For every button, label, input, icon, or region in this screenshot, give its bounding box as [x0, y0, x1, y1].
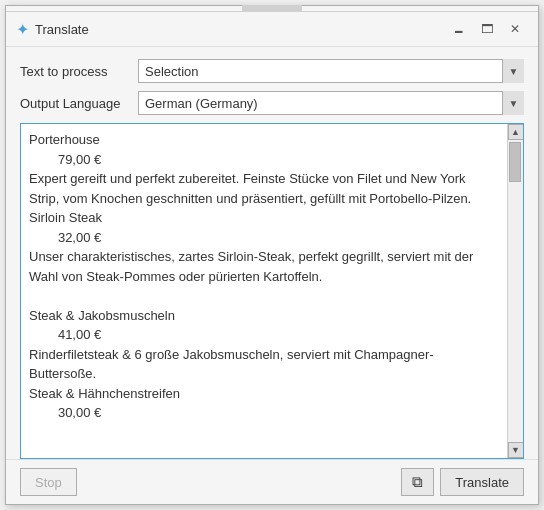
window-title: Translate — [35, 22, 440, 37]
resize-handle[interactable] — [242, 5, 302, 11]
window-controls: 🗕 🗖 ✕ — [446, 18, 528, 40]
translate-button[interactable]: Translate — [440, 468, 524, 496]
text-content[interactable]: Porterhouse 79,00 € Expert gereift und p… — [21, 124, 507, 458]
output-language-label: Output Language — [20, 96, 130, 111]
title-bar: ✦ Translate 🗕 🗖 ✕ — [6, 12, 538, 47]
copy-button[interactable]: ⧉ — [401, 468, 434, 496]
output-language-select[interactable]: German (Germany) — [138, 91, 524, 115]
scroll-track[interactable] — [508, 140, 523, 442]
scroll-down-button[interactable]: ▼ — [508, 442, 524, 458]
stop-button[interactable]: Stop — [20, 468, 77, 496]
close-button[interactable]: ✕ — [502, 18, 528, 40]
maximize-button[interactable]: 🗖 — [474, 18, 500, 40]
form-area: Text to process Selection ▼ Output Langu… — [6, 47, 538, 123]
text-to-process-select[interactable]: Selection — [138, 59, 524, 83]
translate-icon: ✦ — [16, 20, 29, 39]
scrollbar[interactable]: ▲ ▼ — [507, 124, 523, 458]
text-to-process-select-wrapper: Selection ▼ — [138, 59, 524, 83]
output-language-select-wrapper: German (Germany) ▼ — [138, 91, 524, 115]
text-to-process-row: Text to process Selection ▼ — [20, 59, 524, 83]
bottom-bar: Stop ⧉ Translate — [6, 459, 538, 504]
copy-icon: ⧉ — [412, 473, 423, 491]
translate-window: ✦ Translate 🗕 🗖 ✕ Text to process Select… — [5, 5, 539, 505]
scroll-thumb[interactable] — [509, 142, 521, 182]
scroll-up-button[interactable]: ▲ — [508, 124, 524, 140]
output-language-row: Output Language German (Germany) ▼ — [20, 91, 524, 115]
minimize-button[interactable]: 🗕 — [446, 18, 472, 40]
text-area-container: Porterhouse 79,00 € Expert gereift und p… — [20, 123, 524, 459]
text-to-process-label: Text to process — [20, 64, 130, 79]
